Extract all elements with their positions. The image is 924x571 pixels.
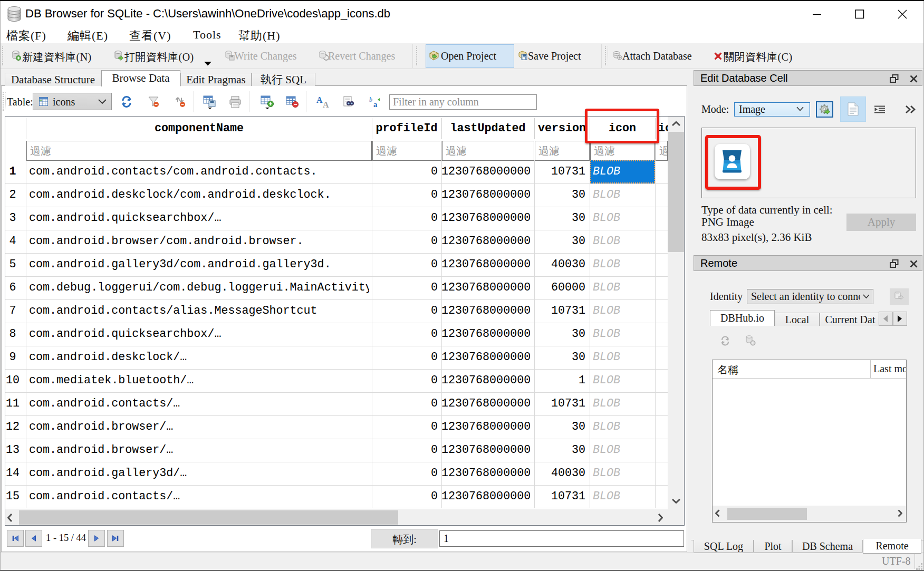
svg-text:b: b: [369, 96, 372, 103]
svg-text:A: A: [316, 95, 323, 104]
svg-text:a: a: [373, 100, 378, 108]
svg-text:A: A: [323, 100, 329, 109]
